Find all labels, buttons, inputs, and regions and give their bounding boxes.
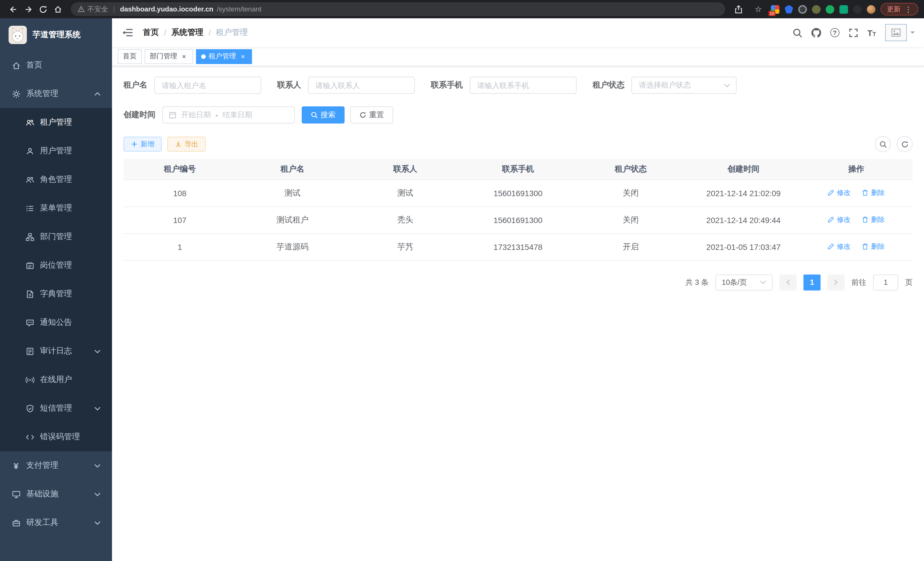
prev-page-button[interactable]	[779, 274, 796, 290]
search-icon[interactable]	[792, 28, 802, 38]
bookmark-star-icon[interactable]: ☆	[751, 2, 766, 16]
table-row: 107 测试租户 秃头 15601691300 关闭 2021-12-14 20…	[123, 206, 913, 233]
help-icon[interactable]: ?	[830, 28, 839, 37]
sidebar-item-audit-log[interactable]: 审计日志	[0, 337, 112, 365]
browser-menu-icon[interactable]: ⋮	[904, 5, 912, 14]
close-icon[interactable]: ×	[180, 52, 188, 60]
forward-icon[interactable]	[21, 2, 35, 16]
cell-status: 关闭	[574, 180, 687, 206]
share-icon[interactable]	[731, 2, 746, 16]
column-header: 创建时间	[687, 159, 800, 180]
breadcrumb-home[interactable]: 首页	[143, 27, 159, 38]
chevron-left-icon	[785, 279, 791, 285]
tag-dept[interactable]: 部门管理 ×	[145, 49, 193, 64]
cell-tenant-id: 108	[123, 180, 236, 206]
back-icon[interactable]	[6, 2, 21, 16]
export-button-label: 导出	[184, 139, 198, 149]
sidebar-item-online-users[interactable]: 在线用户	[0, 365, 112, 394]
sidebar-item-user[interactable]: 用户管理	[0, 137, 112, 165]
extension-icon-5[interactable]	[826, 5, 834, 14]
sidebar-item-label: 支付管理	[26, 460, 58, 471]
url-path: /system/tenant	[217, 5, 261, 13]
extension-icon-1[interactable]: 10	[771, 5, 779, 14]
sidebar-item-sms[interactable]: 短信管理	[0, 394, 112, 423]
contact-input[interactable]	[308, 77, 415, 94]
tenant-name-input[interactable]	[154, 77, 261, 94]
extension-icon-4[interactable]	[812, 5, 820, 14]
warning-icon	[78, 6, 85, 13]
refresh-table-button[interactable]	[897, 136, 913, 152]
sidebar-item-role[interactable]: 角色管理	[0, 165, 112, 194]
yen-icon: ¥	[11, 461, 21, 470]
omnibox-divider	[114, 6, 114, 13]
profile-avatar-icon[interactable]	[867, 5, 875, 14]
sidebar-item-notice[interactable]: 通知公告	[0, 308, 112, 337]
delete-link[interactable]: 删除	[862, 215, 885, 225]
tags-view: 首页 部门管理 × 租户管理 ×	[112, 47, 924, 66]
fullscreen-icon[interactable]	[848, 28, 858, 38]
sidebar-item-devtools[interactable]: 研发工具	[0, 508, 112, 537]
search-button[interactable]: 搜索	[302, 106, 345, 123]
sidebar-item-dict[interactable]: 字典管理	[0, 280, 112, 308]
document-edit-icon	[25, 347, 34, 355]
update-label: 更新	[887, 4, 901, 14]
github-icon[interactable]	[811, 28, 821, 38]
address-bar[interactable]: 不安全 dashboard.yudao.iocoder.cn/system/te…	[71, 2, 725, 16]
tag-home[interactable]: 首页	[118, 49, 142, 64]
mobile-label: 联系手机	[431, 80, 463, 90]
goto-page-input[interactable]	[873, 274, 898, 290]
edit-link[interactable]: 修改	[828, 242, 850, 252]
sidebar-item-system[interactable]: 系统管理	[0, 80, 112, 108]
extension-icon-6[interactable]	[839, 5, 848, 14]
sidebar-item-menu[interactable]: 菜单管理	[0, 194, 112, 223]
export-button[interactable]: 导出	[167, 137, 206, 152]
home-icon[interactable]	[50, 2, 65, 16]
tag-tenant[interactable]: 租户管理 ×	[196, 49, 252, 64]
sidebar-toggle-icon[interactable]	[121, 26, 134, 39]
sidebar-item-error-code[interactable]: 错误码管理	[0, 423, 112, 451]
delete-link[interactable]: 删除	[862, 242, 885, 252]
next-page-button[interactable]	[827, 274, 844, 290]
sidebar-item-payment[interactable]: ¥ 支付管理	[0, 451, 112, 480]
add-button[interactable]: 新增	[123, 137, 162, 152]
sidebar-item-dept[interactable]: 部门管理	[0, 223, 112, 251]
user-avatar[interactable]	[885, 24, 915, 41]
page-size-value: 10条/页	[722, 277, 747, 287]
sidebar-item-tenant[interactable]: 租户管理	[0, 108, 112, 137]
search-button-label: 搜索	[321, 110, 335, 120]
pencil-icon	[828, 190, 835, 196]
status-select[interactable]: 请选择租户状态	[632, 77, 736, 94]
sidebar-item-post[interactable]: 岗位管理	[0, 251, 112, 280]
refresh-icon	[359, 111, 366, 118]
extension-icon-3[interactable]	[798, 5, 807, 14]
extension-icon-7[interactable]	[853, 5, 862, 14]
reload-icon[interactable]	[35, 2, 50, 16]
extension-icon-2[interactable]	[784, 5, 793, 14]
sidebar-item-label: 用户管理	[40, 146, 72, 156]
sidebar-item-infra[interactable]: 基础设施	[0, 480, 112, 508]
navbar-actions: ? TT	[792, 24, 915, 41]
font-size-icon[interactable]: TT	[867, 28, 876, 37]
mobile-input[interactable]	[470, 77, 577, 94]
page-number-button[interactable]: 1	[803, 274, 820, 290]
cell-create-time: 2021-01-05 17:03:47	[687, 233, 800, 260]
download-icon	[175, 141, 182, 147]
close-icon[interactable]: ×	[239, 52, 247, 60]
reset-button[interactable]: 重置	[350, 106, 393, 123]
url-domain: dashboard.yudao.iocoder.cn	[120, 5, 213, 13]
sidebar-item-label: 短信管理	[40, 403, 72, 414]
sidebar-item-home[interactable]: 首页	[0, 51, 112, 80]
edit-link[interactable]: 修改	[828, 215, 850, 225]
page-size-select[interactable]: 10条/页	[716, 274, 772, 290]
breadcrumb-system[interactable]: 系统管理	[171, 27, 203, 38]
edit-link[interactable]: 修改	[828, 188, 850, 198]
security-warning[interactable]: 不安全	[78, 4, 108, 14]
browser-actions: ☆ 10 更新 ⋮	[731, 2, 918, 16]
chrome-update-button[interactable]: 更新 ⋮	[880, 3, 918, 15]
date-range-picker[interactable]: 开始日期 - 结束日期	[162, 106, 295, 123]
toggle-search-button[interactable]	[875, 136, 891, 152]
monitor-icon	[11, 490, 21, 498]
sidebar-logo[interactable]: 芋道管理系统	[0, 18, 112, 51]
column-header: 租户名	[236, 159, 349, 180]
delete-link[interactable]: 删除	[862, 188, 885, 198]
